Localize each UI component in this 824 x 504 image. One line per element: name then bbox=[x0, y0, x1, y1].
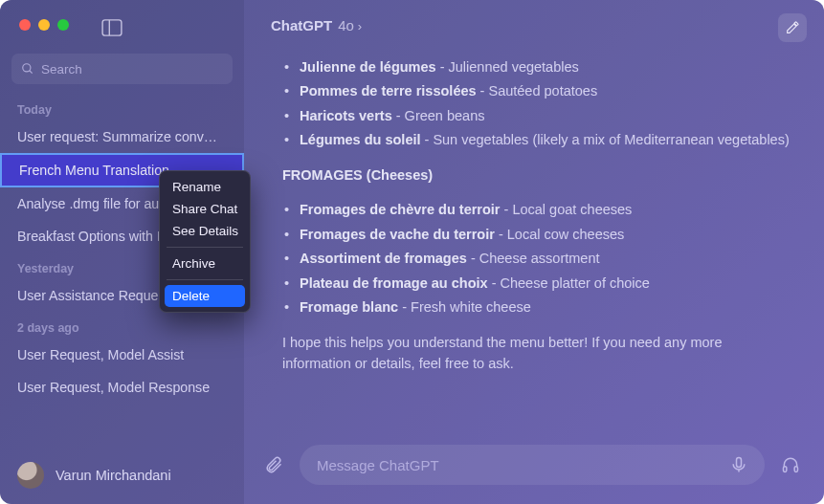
username: Varun Mirchandani bbox=[56, 468, 171, 483]
ctx-separator bbox=[167, 247, 243, 248]
section-label-2days: 2 days ago bbox=[0, 312, 244, 339]
svg-rect-0 bbox=[102, 20, 122, 35]
paperclip-icon bbox=[264, 455, 283, 474]
conversation-item[interactable]: User request: Summarize conv… bbox=[0, 121, 244, 153]
sidebar-toggle-button[interactable] bbox=[100, 17, 124, 38]
chat-content: Julienne de légumes - Julienned vegetabl… bbox=[244, 50, 824, 445]
svg-line-3 bbox=[30, 71, 33, 74]
list-fromages: Fromages de chèvre du terroir - Local go… bbox=[282, 199, 790, 318]
list-item: Fromages de vache du terroir - Local cow… bbox=[282, 224, 790, 245]
ctx-rename[interactable]: Rename bbox=[165, 176, 245, 198]
input-row: Message ChatGPT bbox=[244, 445, 824, 504]
ctx-separator bbox=[167, 279, 243, 280]
context-menu: Rename Share Chat See Details Archive De… bbox=[159, 170, 251, 313]
chat-title-main: ChatGPT bbox=[271, 17, 332, 33]
headphones-button[interactable] bbox=[778, 452, 803, 477]
message-input[interactable]: Message ChatGPT bbox=[300, 445, 765, 485]
ctx-see-details[interactable]: See Details bbox=[165, 220, 245, 242]
maximize-window-button[interactable] bbox=[57, 19, 69, 31]
section-label-today: Today bbox=[0, 94, 244, 121]
list-item: Fromage blanc - Fresh white cheese bbox=[282, 296, 790, 318]
attach-button[interactable] bbox=[261, 452, 286, 477]
chat-title-model: 4o bbox=[338, 17, 354, 33]
search-icon bbox=[21, 62, 34, 76]
search-placeholder: Search bbox=[41, 62, 82, 77]
avatar bbox=[17, 462, 44, 489]
main-pane: ChatGPT 4o › Julienne de légumes - Julie… bbox=[244, 0, 824, 504]
ctx-delete[interactable]: Delete bbox=[165, 285, 245, 307]
close-window-button[interactable] bbox=[19, 19, 31, 31]
window-controls bbox=[19, 19, 69, 31]
microphone-icon bbox=[729, 455, 748, 474]
svg-point-2 bbox=[23, 64, 31, 72]
search-input[interactable]: Search bbox=[11, 54, 233, 84]
headphones-icon bbox=[781, 455, 800, 474]
list-item: Plateau de fromage au choix - Cheese pla… bbox=[282, 273, 790, 294]
minimize-window-button[interactable] bbox=[38, 19, 50, 31]
svg-rect-5 bbox=[784, 467, 787, 472]
svg-rect-6 bbox=[794, 467, 797, 472]
conversation-item[interactable]: User Request, Model Assist bbox=[0, 339, 244, 371]
list-item: Pommes de terre rissolées - Sautéed pota… bbox=[282, 80, 790, 101]
section-heading-fromages: FROMAGES (Cheeses) bbox=[282, 164, 790, 186]
mic-button[interactable] bbox=[726, 452, 751, 477]
app-window: Search Today User request: Summarize con… bbox=[0, 0, 824, 504]
list-item: Fromages de chèvre du terroir - Local go… bbox=[282, 199, 790, 220]
ctx-share-chat[interactable]: Share Chat bbox=[165, 198, 245, 220]
list-garnitures: Julienne de légumes - Julienned vegetabl… bbox=[282, 56, 790, 151]
closing-paragraph: I hope this helps you understand the men… bbox=[282, 332, 790, 375]
compose-icon bbox=[785, 20, 800, 35]
list-item: Légumes du soleil - Sun vegetables (like… bbox=[282, 129, 790, 150]
message-placeholder: Message ChatGPT bbox=[317, 457, 439, 473]
chat-title[interactable]: ChatGPT 4o › bbox=[271, 17, 362, 33]
chevron-right-icon: › bbox=[358, 19, 362, 33]
sidebar-icon bbox=[101, 19, 122, 36]
list-item: Assortiment de fromages - Cheese assortm… bbox=[282, 248, 790, 269]
ctx-archive[interactable]: Archive bbox=[165, 252, 245, 274]
sidebar-account[interactable]: Varun Mirchandani bbox=[0, 447, 244, 504]
conversation-item[interactable]: User Request, Model Response bbox=[0, 371, 244, 404]
list-item: Haricots verts - Green beans bbox=[282, 105, 790, 126]
new-chat-button[interactable] bbox=[778, 13, 807, 42]
list-item: Julienne de légumes - Julienned vegetabl… bbox=[282, 56, 790, 77]
svg-rect-4 bbox=[737, 458, 742, 468]
